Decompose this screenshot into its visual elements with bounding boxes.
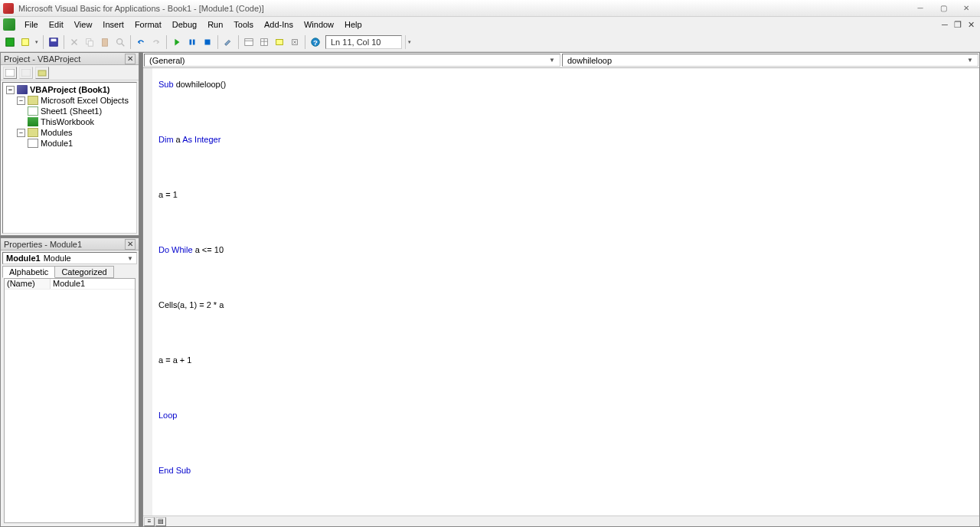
view-excel-button[interactable] [3,35,17,49]
property-key: (Name) [5,279,51,289]
project-tree[interactable]: −VBAProject (Book1) −Microsoft Excel Obj… [2,82,137,234]
titlebar: Microsoft Visual Basic for Applications … [0,0,980,17]
menu-window[interactable]: Window [299,18,338,31]
menu-edit[interactable]: Edit [44,18,68,31]
tree-label: Sheet1 (Sheet1) [41,106,102,116]
tree-module1[interactable]: Module1 [5,138,135,149]
find-button[interactable] [113,35,127,49]
properties-window: Properties - Module1 ✕ Module1 Module ▼ … [0,237,139,527]
procedure-view-button[interactable]: ≡ [144,517,155,526]
mdi-minimize[interactable]: ─ [939,19,951,30]
object-combo-value: (General) [149,56,185,65]
combo-object-type: Module [44,254,71,263]
svg-rect-5 [88,41,93,46]
menu-tools[interactable]: Tools [229,18,258,31]
toolbox-button[interactable] [288,35,302,49]
properties-panel-title: Properties - Module1 ✕ [1,238,139,250]
tree-sheet1[interactable]: Sheet1 (Sheet1) [5,106,135,116]
excel-icon[interactable] [3,18,15,31]
break-button[interactable] [185,35,199,49]
procedure-combo-value: dowhileloop [567,56,612,65]
tree-label: Modules [41,128,73,137]
project-panel-close[interactable]: ✕ [125,54,136,64]
procedure-combo[interactable]: dowhileloop ▼ [562,54,978,67]
tree-excel-objects[interactable]: −Microsoft Excel Objects [5,95,135,106]
toggle-folders-button[interactable] [35,67,49,79]
menubar: File Edit View Insert Format Debug Run T… [0,17,980,32]
editor-footer: ≡ ▤ [143,516,979,526]
project-explorer-button[interactable] [242,35,256,49]
insert-dropdown[interactable]: ▾ [34,35,40,49]
svg-rect-9 [190,39,192,44]
app-icon [3,3,14,14]
svg-rect-1 [22,38,29,45]
menu-help[interactable]: Help [340,18,367,31]
property-row[interactable]: (Name) Module1 [5,279,135,290]
code-editor: (General) ▼ dowhileloop ▼ Sub dowhileloo… [142,52,980,527]
insert-button[interactable] [18,35,32,49]
svg-rect-20 [5,69,15,77]
svg-point-7 [117,38,122,44]
properties-object-combo[interactable]: Module1 Module ▼ [2,252,137,264]
menu-view[interactable]: View [70,18,97,31]
svg-rect-11 [205,39,211,44]
cut-button[interactable] [67,35,81,49]
tab-alphabetic[interactable]: Alphabetic [2,266,55,278]
mdi-close[interactable]: ✕ [965,19,977,30]
horizontal-scrollbar[interactable] [169,517,969,526]
paste-button[interactable] [98,35,112,49]
tree-vbaproject[interactable]: −VBAProject (Book1) [5,84,135,95]
project-panel-label: Project - VBAProject [4,54,80,64]
object-combo[interactable]: (General) ▼ [144,54,560,67]
properties-button[interactable] [257,35,271,49]
close-button[interactable]: ✕ [956,2,977,15]
help-button[interactable]: ? [309,35,322,49]
tab-categorized[interactable]: Categorized [54,266,113,278]
dropdown-icon: ▼ [127,255,133,262]
menu-debug[interactable]: Debug [168,18,201,31]
menu-format[interactable]: Format [130,18,166,31]
view-code-button[interactable] [3,67,17,79]
cursor-position: Ln 11, Col 10 [325,35,402,49]
tree-label: Microsoft Excel Objects [41,96,129,105]
svg-text:?: ? [313,38,318,46]
property-value[interactable]: Module1 [51,279,135,289]
reset-button[interactable] [201,35,214,49]
project-panel-title: Project - VBAProject ✕ [1,53,139,65]
view-object-button[interactable] [19,67,33,79]
full-module-view-button[interactable]: ▤ [155,517,166,526]
svg-rect-12 [245,38,253,45]
toolbar-overflow[interactable]: ▾ [405,35,411,49]
run-button[interactable] [170,35,184,49]
code-area[interactable]: Sub dowhileloop() Dim a As Integer a = 1… [143,68,979,516]
tree-thisworkbook[interactable]: ThisWorkbook [5,116,135,127]
svg-rect-6 [103,38,108,46]
svg-line-8 [122,43,125,46]
mdi-restore[interactable]: ❐ [952,19,964,30]
svg-rect-22 [38,70,46,76]
editor-combos: (General) ▼ dowhileloop ▼ [143,53,979,68]
minimize-button[interactable]: ─ [910,2,931,15]
toolbar: ▾ ? Ln 11, Col 10 ▾ [0,32,980,52]
object-browser-button[interactable] [273,35,286,49]
menu-insert[interactable]: Insert [98,18,129,31]
project-toolbar [1,65,139,80]
redo-button[interactable] [149,35,163,49]
tree-label: VBAProject (Book1) [30,85,110,94]
menu-addins[interactable]: Add-Ins [260,18,298,31]
dropdown-icon: ▼ [549,57,555,64]
maximize-button[interactable]: ▢ [933,2,954,15]
save-button[interactable] [47,35,60,49]
properties-grid[interactable]: (Name) Module1 [4,278,136,523]
design-mode-button[interactable] [221,35,235,49]
menu-file[interactable]: File [20,18,43,31]
tree-modules[interactable]: −Modules [5,127,135,138]
svg-rect-10 [193,39,195,44]
svg-rect-21 [21,69,31,77]
copy-button[interactable] [83,35,96,49]
dropdown-icon: ▼ [967,57,973,64]
undo-button[interactable] [134,35,148,49]
menu-run[interactable]: Run [203,18,227,31]
svg-rect-0 [6,38,15,46]
properties-panel-close[interactable]: ✕ [125,239,136,250]
